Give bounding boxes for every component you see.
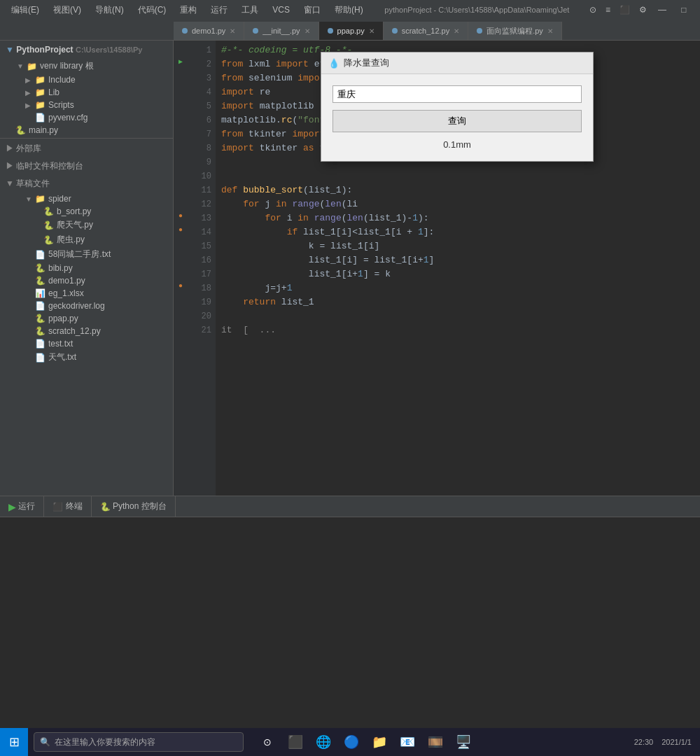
sidebar-item-crawler[interactable]: 🐍 爬虫.py — [0, 232, 173, 247]
tab-close-ppap[interactable]: ✕ — [369, 27, 374, 35]
sidebar-item-demo1[interactable]: 🐍 demo1.py — [0, 274, 173, 287]
gutter-17 — [174, 265, 188, 279]
dialog-title-text: 降水量查询 — [344, 57, 389, 69]
start-button[interactable]: ⊞ — [0, 728, 28, 756]
tab-close-init[interactable]: ✕ — [304, 27, 310, 35]
run-icon: ▶ — [8, 501, 16, 512]
code-line-15: k = list_1[i] — [221, 239, 700, 253]
sidebar-item-ppap[interactable]: 🐍 ppap.py — [0, 312, 173, 325]
code-line-11: def bubble_sort(list_1): — [221, 183, 700, 197]
sidebar-item-gecko[interactable]: 📄 geckodriver.log — [0, 300, 173, 312]
gutter-13[interactable]: ● — [174, 209, 188, 223]
menu-item-help[interactable]: 帮助(H) — [329, 3, 369, 18]
bottom-tabs: ▶ 运行 ⬛ 终端 🐍 Python 控制台 — [0, 496, 700, 517]
tab-scratch[interactable]: scratch_12.py ✕ — [384, 22, 468, 40]
tab-close-scratch[interactable]: ✕ — [454, 27, 459, 35]
sidebar-label-venv: venv library 根 — [40, 60, 94, 72]
menu-item-run[interactable]: 运行 — [205, 3, 233, 18]
city-input[interactable] — [332, 85, 582, 103]
file-icon-ppap: 🐍 — [35, 314, 46, 323]
tab-init[interactable]: __init__.py ✕ — [244, 22, 318, 40]
toolbar-icon-3[interactable]: ⬛ — [615, 5, 634, 15]
file-icon-gecko: 📄 — [35, 301, 46, 311]
taskbar: ⊞ 🔍 在这里输入你要搜索的内容 ⊙ ⬛ 🌐 🔵 📁 📧 🎞️ 🖥️ 22:30… — [0, 728, 700, 756]
dialog-title-bar[interactable]: 💧 降水量查询 — [321, 52, 593, 74]
gutter-18[interactable]: ● — [174, 279, 188, 293]
tab-demo1[interactable]: demo1.py ✕ — [174, 22, 244, 40]
query-button[interactable]: 查询 — [332, 110, 582, 132]
tab-close-prison[interactable]: ✕ — [547, 27, 553, 35]
menu-item-refactor[interactable]: 重构 — [174, 3, 202, 18]
tab-close-demo1[interactable]: ✕ — [230, 27, 235, 35]
gutter-16 — [174, 251, 188, 265]
taskbar-icon-pycharm[interactable]: 🖥️ — [451, 729, 476, 755]
sidebar-section-scratch[interactable]: ▶ 临时文件和控制台 — [0, 158, 173, 175]
taskbar-icon-explorer[interactable]: ⬛ — [283, 729, 308, 755]
sidebar-item-tianqi[interactable]: 📄 天气.txt — [0, 350, 173, 365]
taskbar-icon-outlook[interactable]: 📧 — [395, 729, 420, 755]
toolbar-icon-2[interactable]: ≡ — [601, 5, 615, 15]
sidebar-item-scripts[interactable]: ▶ 📁 Scripts — [0, 99, 173, 111]
sidebar-label-weather-spider: 爬天气.py — [57, 219, 93, 231]
tab-prison[interactable]: 面向监狱编程.py ✕ — [468, 22, 562, 40]
menu-item-edit[interactable]: 编辑(E) — [6, 3, 45, 18]
menu-item-tools[interactable]: 工具 — [236, 3, 264, 18]
tab-ppap[interactable]: ppap.py ✕ — [319, 22, 384, 40]
maximize-button[interactable]: □ — [673, 0, 694, 20]
toolbar-icon-gear[interactable]: ⚙ — [635, 5, 651, 15]
sidebar-item-weather-spider[interactable]: 🐍 爬天气.py — [0, 218, 173, 232]
gutter-14[interactable]: ● — [174, 223, 188, 237]
run-label: 运行 — [18, 500, 35, 512]
taskbar-icon-edge[interactable]: 🌐 — [311, 729, 336, 755]
sidebar-item-spider[interactable]: ▼ 📁 spider — [0, 192, 173, 205]
sidebar-item-58[interactable]: 📄 58同城二手房.txt — [0, 247, 173, 262]
sidebar-section-extlib[interactable]: ▶ 外部库 — [0, 140, 173, 158]
gutter-10 — [174, 167, 188, 181]
file-icon-eg1: 📊 — [35, 288, 46, 298]
minimize-button[interactable]: — — [652, 0, 673, 20]
sidebar-item-test[interactable]: 📄 test.txt — [0, 337, 173, 350]
sidebar-label-ppap: ppap.py — [48, 314, 78, 323]
sidebar-section-draft[interactable]: ▼ 草稿文件 — [0, 175, 173, 192]
sidebar-item-venv[interactable]: ▼ 📁 venv library 根 — [0, 59, 173, 74]
windows-icon: ⊞ — [9, 734, 20, 750]
menu-item-code[interactable]: 代码(C) — [132, 3, 172, 18]
menu-item-vcs[interactable]: VCS — [267, 4, 295, 16]
sidebar-label-include: Include — [48, 75, 76, 85]
sidebar-item-eg1[interactable]: 📊 eg_1.xlsx — [0, 287, 173, 300]
toolbar-icon-1[interactable]: ⊙ — [585, 5, 601, 15]
sidebar: ▼ PythonProject C:\Users\14588\Py ▼ 📁 ve… — [0, 41, 174, 496]
editor-area[interactable]: ▶ ● ● ● — [174, 41, 700, 496]
code-line-19: return list_1 — [221, 295, 700, 309]
taskbar-icon-taskview[interactable]: ⊙ — [255, 729, 280, 755]
sidebar-item-mainy[interactable]: 🐍 main.py — [0, 124, 173, 136]
sidebar-item-scratch12[interactable]: 🐍 scratch_12.py — [0, 325, 173, 337]
project-root[interactable]: ▼ PythonProject C:\Users\14588\Py — [0, 41, 173, 59]
taskbar-icons: ⊙ ⬛ 🌐 🔵 📁 📧 🎞️ 🖥️ — [255, 729, 476, 755]
bottom-tab-run[interactable]: ▶ 运行 — [0, 496, 44, 517]
sidebar-item-include[interactable]: ▶ 📁 Include — [0, 74, 173, 86]
sidebar-item-bibi[interactable]: 🐍 bibi.py — [0, 262, 173, 274]
sidebar-item-lib[interactable]: ▶ 📁 Lib — [0, 86, 173, 99]
expand-arrow-lib: ▶ — [25, 89, 32, 97]
file-icon-scratch12: 🐍 — [35, 326, 46, 336]
file-icon-58: 📄 — [35, 250, 46, 260]
sidebar-label-lib: Lib — [48, 88, 59, 97]
bottom-tab-terminal[interactable]: ⬛ 终端 — [44, 496, 91, 517]
bottom-tab-python-console[interactable]: 🐍 Python 控制台 — [92, 496, 176, 517]
taskbar-icon-onedrive[interactable]: 📁 — [367, 729, 392, 755]
taskbar-search[interactable]: 🔍 在这里输入你要搜索的内容 — [34, 732, 244, 752]
menu-item-nav[interactable]: 导航(N) — [90, 3, 130, 18]
expand-arrow-scripts: ▶ — [25, 102, 32, 109]
sidebar-item-pyvenv[interactable]: 📄 pyvenv.cfg — [0, 111, 173, 124]
sidebar-label-scripts: Scripts — [48, 100, 74, 110]
gutter-2[interactable]: ▶ — [174, 55, 188, 69]
taskbar-icon-media[interactable]: 🎞️ — [423, 729, 448, 755]
tab-icon-init — [253, 28, 258, 34]
folder-icon-lib: 📁 — [35, 88, 46, 97]
sidebar-item-bsort[interactable]: 🐍 b_sort.py — [0, 205, 173, 218]
expand-arrow-venv: ▼ — [17, 62, 24, 70]
menu-item-view[interactable]: 视图(V) — [48, 3, 87, 18]
taskbar-icon-office[interactable]: 🔵 — [339, 729, 364, 755]
menu-item-window[interactable]: 窗口 — [298, 3, 326, 18]
